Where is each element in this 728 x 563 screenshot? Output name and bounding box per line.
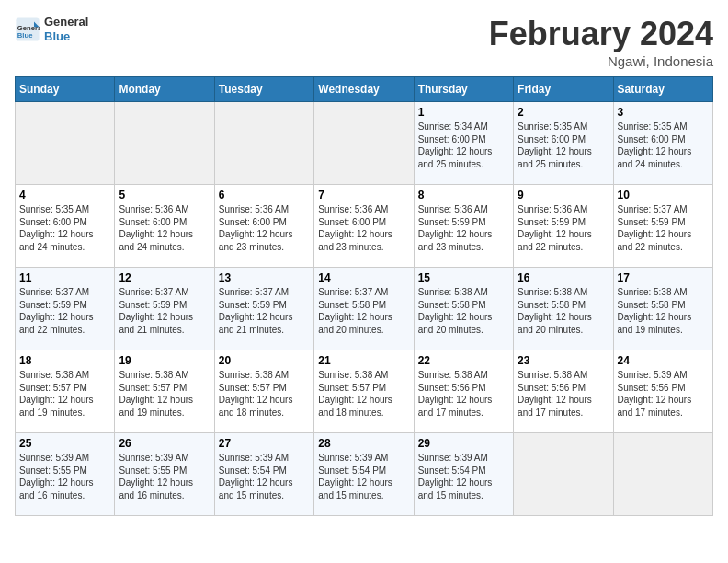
header: General Blue General Blue February 2024 …	[15, 15, 713, 69]
day-number: 14	[318, 271, 409, 284]
day-number: 18	[19, 354, 110, 367]
calendar-week-row: 18Sunrise: 5:38 AM Sunset: 5:57 PM Dayli…	[16, 350, 713, 433]
calendar-cell: 27Sunrise: 5:39 AM Sunset: 5:54 PM Dayli…	[214, 433, 313, 516]
day-number: 29	[418, 437, 509, 450]
calendar-cell: 12Sunrise: 5:37 AM Sunset: 5:59 PM Dayli…	[115, 268, 214, 350]
weekday-header-thursday: Thursday	[414, 77, 513, 102]
calendar-table: SundayMondayTuesdayWednesdayThursdayFrid…	[15, 76, 713, 516]
calendar-cell	[613, 433, 712, 516]
calendar-week-row: 25Sunrise: 5:39 AM Sunset: 5:55 PM Dayli…	[16, 433, 713, 516]
calendar-cell: 3Sunrise: 5:35 AM Sunset: 6:00 PM Daylig…	[613, 102, 712, 185]
calendar-cell: 26Sunrise: 5:39 AM Sunset: 5:55 PM Dayli…	[115, 433, 214, 516]
day-number: 8	[418, 189, 509, 201]
calendar-cell: 18Sunrise: 5:38 AM Sunset: 5:57 PM Dayli…	[16, 350, 115, 433]
day-info: Sunrise: 5:36 AM Sunset: 5:59 PM Dayligh…	[518, 203, 609, 253]
day-info: Sunrise: 5:35 AM Sunset: 6:00 PM Dayligh…	[518, 121, 609, 170]
day-number: 1	[418, 106, 509, 119]
day-number: 4	[19, 189, 110, 201]
day-info: Sunrise: 5:39 AM Sunset: 5:56 PM Dayligh…	[618, 369, 709, 419]
day-info: Sunrise: 5:37 AM Sunset: 5:59 PM Dayligh…	[219, 286, 310, 336]
calendar-cell: 11Sunrise: 5:37 AM Sunset: 5:59 PM Dayli…	[16, 268, 115, 350]
day-number: 24	[618, 354, 709, 367]
calendar-week-row: 11Sunrise: 5:37 AM Sunset: 5:59 PM Dayli…	[16, 268, 713, 350]
day-info: Sunrise: 5:38 AM Sunset: 5:57 PM Dayligh…	[19, 369, 110, 419]
calendar-cell: 17Sunrise: 5:38 AM Sunset: 5:58 PM Dayli…	[613, 268, 712, 350]
day-number: 2	[518, 106, 609, 119]
day-info: Sunrise: 5:38 AM Sunset: 5:57 PM Dayligh…	[219, 369, 310, 419]
day-number: 22	[418, 354, 509, 367]
day-number: 15	[418, 271, 509, 284]
day-info: Sunrise: 5:36 AM Sunset: 6:00 PM Dayligh…	[219, 203, 310, 253]
calendar-week-row: 4Sunrise: 5:35 AM Sunset: 6:00 PM Daylig…	[16, 185, 713, 268]
calendar-cell: 13Sunrise: 5:37 AM Sunset: 5:59 PM Dayli…	[214, 268, 313, 350]
day-number: 13	[219, 271, 310, 284]
calendar-cell: 29Sunrise: 5:39 AM Sunset: 5:54 PM Dayli…	[414, 433, 513, 516]
calendar-cell	[115, 102, 214, 185]
calendar-cell	[16, 102, 115, 185]
calendar-cell: 28Sunrise: 5:39 AM Sunset: 5:54 PM Dayli…	[314, 433, 414, 516]
day-info: Sunrise: 5:37 AM Sunset: 5:59 PM Dayligh…	[618, 203, 709, 253]
weekday-header-monday: Monday	[115, 77, 214, 102]
day-info: Sunrise: 5:35 AM Sunset: 6:00 PM Dayligh…	[19, 203, 110, 253]
day-number: 16	[518, 271, 609, 284]
day-number: 20	[219, 354, 310, 367]
day-number: 5	[119, 189, 210, 201]
calendar-cell: 24Sunrise: 5:39 AM Sunset: 5:56 PM Dayli…	[613, 350, 712, 433]
calendar-cell: 14Sunrise: 5:37 AM Sunset: 5:58 PM Dayli…	[314, 268, 414, 350]
day-number: 9	[518, 189, 609, 201]
calendar-cell: 22Sunrise: 5:38 AM Sunset: 5:56 PM Dayli…	[414, 350, 513, 433]
calendar-cell: 16Sunrise: 5:38 AM Sunset: 5:58 PM Dayli…	[514, 268, 613, 350]
calendar-cell: 15Sunrise: 5:38 AM Sunset: 5:58 PM Dayli…	[414, 268, 513, 350]
month-title: February 2024	[489, 15, 713, 53]
title-area: February 2024 Ngawi, Indonesia	[489, 15, 713, 69]
day-info: Sunrise: 5:37 AM Sunset: 5:58 PM Dayligh…	[318, 286, 409, 336]
day-info: Sunrise: 5:39 AM Sunset: 5:54 PM Dayligh…	[219, 452, 310, 501]
day-info: Sunrise: 5:37 AM Sunset: 5:59 PM Dayligh…	[19, 286, 110, 336]
day-number: 6	[219, 189, 310, 201]
day-info: Sunrise: 5:38 AM Sunset: 5:58 PM Dayligh…	[618, 286, 709, 336]
day-info: Sunrise: 5:36 AM Sunset: 6:00 PM Dayligh…	[119, 203, 210, 253]
day-number: 27	[219, 437, 310, 450]
day-number: 28	[318, 437, 409, 450]
calendar-cell	[214, 102, 313, 185]
day-number: 17	[618, 271, 709, 284]
weekday-header-tuesday: Tuesday	[214, 77, 313, 102]
calendar-cell: 2Sunrise: 5:35 AM Sunset: 6:00 PM Daylig…	[514, 102, 613, 185]
day-number: 26	[119, 437, 210, 450]
calendar-cell: 4Sunrise: 5:35 AM Sunset: 6:00 PM Daylig…	[16, 185, 115, 268]
day-number: 11	[19, 271, 110, 284]
day-info: Sunrise: 5:38 AM Sunset: 5:57 PM Dayligh…	[119, 369, 210, 419]
calendar-cell: 6Sunrise: 5:36 AM Sunset: 6:00 PM Daylig…	[214, 185, 313, 268]
calendar-cell: 5Sunrise: 5:36 AM Sunset: 6:00 PM Daylig…	[115, 185, 214, 268]
calendar-cell: 20Sunrise: 5:38 AM Sunset: 5:57 PM Dayli…	[214, 350, 313, 433]
day-info: Sunrise: 5:38 AM Sunset: 5:58 PM Dayligh…	[418, 286, 509, 336]
day-number: 10	[618, 189, 709, 201]
calendar-cell: 21Sunrise: 5:38 AM Sunset: 5:57 PM Dayli…	[314, 350, 414, 433]
calendar-cell: 25Sunrise: 5:39 AM Sunset: 5:55 PM Dayli…	[16, 433, 115, 516]
day-info: Sunrise: 5:39 AM Sunset: 5:55 PM Dayligh…	[19, 452, 110, 501]
calendar-cell: 1Sunrise: 5:34 AM Sunset: 6:00 PM Daylig…	[414, 102, 513, 185]
day-info: Sunrise: 5:35 AM Sunset: 6:00 PM Dayligh…	[618, 121, 709, 170]
weekday-header-saturday: Saturday	[613, 77, 712, 102]
day-info: Sunrise: 5:38 AM Sunset: 5:58 PM Dayligh…	[518, 286, 609, 336]
location: Ngawi, Indonesia	[489, 53, 713, 69]
logo-blue: Blue	[44, 29, 88, 44]
day-info: Sunrise: 5:39 AM Sunset: 5:54 PM Dayligh…	[318, 452, 409, 501]
logo-icon: General Blue	[15, 17, 40, 42]
day-info: Sunrise: 5:38 AM Sunset: 5:56 PM Dayligh…	[418, 369, 509, 419]
day-number: 21	[318, 354, 409, 367]
calendar-cell: 23Sunrise: 5:38 AM Sunset: 5:56 PM Dayli…	[514, 350, 613, 433]
calendar-cell: 9Sunrise: 5:36 AM Sunset: 5:59 PM Daylig…	[514, 185, 613, 268]
day-number: 12	[119, 271, 210, 284]
weekday-header-row: SundayMondayTuesdayWednesdayThursdayFrid…	[16, 77, 713, 102]
weekday-header-sunday: Sunday	[16, 77, 115, 102]
day-info: Sunrise: 5:38 AM Sunset: 5:56 PM Dayligh…	[518, 369, 609, 419]
day-info: Sunrise: 5:36 AM Sunset: 6:00 PM Dayligh…	[318, 203, 409, 253]
logo: General Blue General Blue	[15, 15, 88, 43]
day-number: 19	[119, 354, 210, 367]
logo-general: General	[44, 15, 88, 29]
day-info: Sunrise: 5:38 AM Sunset: 5:57 PM Dayligh…	[318, 369, 409, 419]
calendar-cell	[314, 102, 414, 185]
day-number: 3	[618, 106, 709, 119]
svg-text:Blue: Blue	[17, 31, 33, 40]
